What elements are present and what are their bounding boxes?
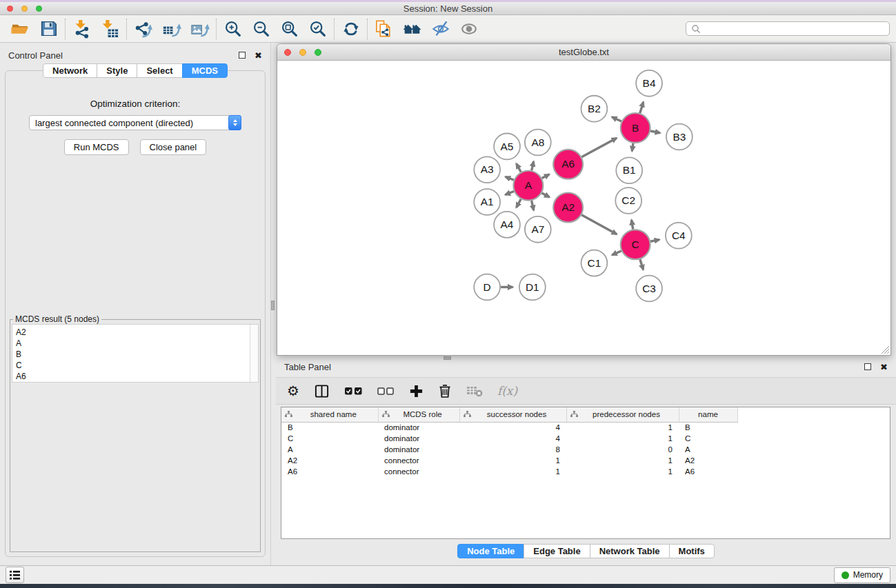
table-settings-button[interactable]: ⚙ — [287, 384, 299, 398]
tab-network[interactable]: Network — [43, 63, 97, 78]
result-item[interactable]: B — [16, 349, 250, 360]
criterion-select[interactable]: largest connected component (directed) — [29, 115, 241, 130]
graph-node-A4[interactable]: A4 — [494, 212, 520, 238]
table-cell[interactable]: 1 — [459, 455, 566, 466]
graph-node-C4[interactable]: C4 — [666, 223, 692, 249]
close-table-panel-icon[interactable]: ✖ — [880, 363, 888, 372]
float-table-panel-icon[interactable] — [864, 363, 871, 370]
graph-node-B2[interactable]: B2 — [581, 96, 608, 122]
graph-node-B3[interactable]: B3 — [666, 124, 693, 150]
table-cell[interactable]: dominator — [378, 444, 459, 455]
graph-edge-B-B2[interactable] — [612, 117, 621, 121]
delete-table-button[interactable] — [466, 385, 483, 397]
table-cell[interactable]: connector — [378, 455, 459, 466]
table-cell[interactable]: dominator — [378, 433, 459, 444]
desktop-vertical-scroll-thumb[interactable] — [271, 301, 275, 310]
hide-graphics-details-button[interactable] — [426, 17, 455, 41]
add-column-button[interactable] — [409, 384, 424, 398]
table-cell[interactable]: 4 — [459, 422, 566, 433]
delete-column-button[interactable] — [438, 383, 452, 398]
column-header-successor-nodes[interactable]: successor nodes — [459, 407, 566, 422]
show-column-button[interactable] — [314, 383, 330, 399]
result-item[interactable]: A — [16, 338, 250, 349]
function-builder-button[interactable]: f(x) — [497, 384, 517, 398]
home-button[interactable] — [398, 17, 426, 41]
column-header-shared-name[interactable]: shared name — [281, 407, 378, 422]
result-item[interactable]: A2 — [16, 327, 250, 338]
graph-node-A1[interactable]: A1 — [474, 189, 500, 215]
graph-node-B4[interactable]: B4 — [636, 70, 662, 97]
column-header-MCDS-role[interactable]: MCDS role — [378, 407, 459, 422]
table-row[interactable]: A2connector11A2 — [281, 455, 890, 466]
run-mcds-button[interactable]: Run MCDS — [64, 139, 129, 155]
close-panel-button[interactable]: Close panel — [140, 139, 207, 155]
graph-node-B1[interactable]: B1 — [616, 157, 642, 183]
table-cell[interactable]: B — [679, 422, 737, 433]
export-image-button[interactable] — [186, 17, 214, 41]
table-row[interactable]: A6connector11A6 — [281, 466, 890, 477]
column-header-name[interactable]: name — [679, 407, 737, 422]
table-cell[interactable]: B — [281, 422, 378, 433]
result-list-scrollbar[interactable] — [250, 325, 258, 382]
zoom-window-button[interactable] — [36, 6, 42, 12]
tab-motifs[interactable]: Motifs — [669, 544, 715, 558]
graph-node-C1[interactable]: C1 — [581, 250, 608, 276]
zoom-selected-button[interactable] — [303, 17, 332, 41]
table-cell[interactable]: A2 — [281, 455, 378, 466]
zoom-fit-button[interactable] — [275, 17, 303, 41]
table-cell[interactable]: A2 — [679, 455, 737, 466]
graph-edge-C-C4[interactable] — [650, 240, 659, 242]
select-all-columns-button[interactable] — [344, 386, 363, 396]
network-canvas[interactable]: B4B2BB3A5A8A6B1A3AA1C2A2A4A7CC4C1C3DD1 — [277, 61, 890, 354]
refresh-button[interactable] — [337, 17, 365, 41]
table-row[interactable]: Cdominator41C — [281, 433, 890, 444]
graph-edge-A-A8[interactable] — [532, 161, 534, 170]
import-network-button[interactable] — [68, 17, 96, 41]
result-item[interactable]: A6 — [16, 371, 250, 382]
graph-edge-A-A7[interactable] — [532, 201, 534, 210]
column-header-predecessor-nodes[interactable]: predecessor nodes — [566, 407, 679, 422]
window-resize-grip[interactable] — [881, 345, 890, 354]
zoom-in-button[interactable] — [219, 17, 247, 41]
graph-edge-C-C1[interactable] — [612, 251, 621, 255]
open-session-button[interactable] — [6, 17, 34, 41]
table-cell[interactable]: A6 — [281, 466, 378, 477]
graph-edge-A-A3[interactable] — [506, 176, 514, 180]
result-item[interactable]: C — [16, 360, 250, 371]
network-from-file-button[interactable] — [370, 17, 398, 41]
minimize-network-window-button[interactable] — [299, 49, 306, 56]
graph-edge-B-B1[interactable] — [632, 143, 633, 151]
import-table-button[interactable] — [96, 17, 124, 41]
table-cell[interactable]: 0 — [566, 444, 679, 455]
table-cell[interactable]: 1 — [566, 466, 679, 477]
deselect-all-columns-button[interactable] — [377, 387, 395, 396]
table-cell[interactable]: 1 — [566, 455, 679, 466]
graph-node-C3[interactable]: C3 — [636, 276, 662, 302]
memory-button[interactable]: Memory — [834, 567, 890, 583]
close-network-window-button[interactable] — [284, 49, 291, 56]
graph-node-C2[interactable]: C2 — [615, 187, 641, 214]
float-panel-icon[interactable] — [239, 52, 246, 59]
export-network-button[interactable] — [129, 17, 157, 41]
graph-edge-A-A5[interactable] — [517, 163, 521, 172]
graph-node-A5[interactable]: A5 — [494, 134, 520, 160]
graph-node-A[interactable]: A — [513, 171, 543, 201]
table-cell[interactable]: C — [679, 433, 737, 444]
export-table-button[interactable] — [157, 17, 186, 41]
table-cell[interactable]: dominator — [378, 422, 459, 433]
save-session-button[interactable] — [34, 17, 63, 41]
graph-edge-C-C3[interactable] — [640, 259, 644, 270]
graph-edge-B-B4[interactable] — [640, 102, 644, 113]
table-cell[interactable]: 4 — [459, 433, 566, 444]
table-cell[interactable]: A6 — [679, 466, 737, 477]
table-cell[interactable]: A — [679, 444, 737, 455]
close-window-button[interactable] — [7, 6, 13, 12]
show-panels-button[interactable] — [6, 567, 24, 583]
tab-node-table[interactable]: Node Table — [457, 544, 524, 558]
graph-edge-C-C2[interactable] — [632, 220, 633, 230]
graph-edge-A2-C[interactable] — [581, 215, 617, 234]
table-cell[interactable]: 8 — [459, 444, 566, 455]
graph-node-A6[interactable]: A6 — [553, 150, 583, 179]
tab-mcds[interactable]: MCDS — [182, 63, 228, 78]
graph-edge-A-A6[interactable] — [542, 174, 550, 179]
